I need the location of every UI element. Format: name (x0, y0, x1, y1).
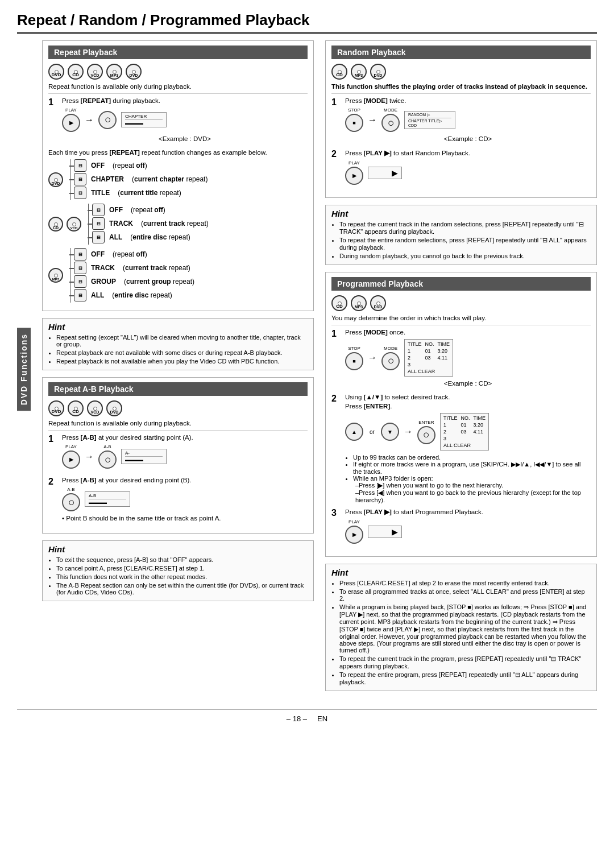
prog-play-screen: ▶ (368, 526, 402, 538)
hint-random-box: Hint To repeat the current track in the … (325, 205, 597, 265)
hint-prog-box: Hint Press [CLEAR/C.RESET] at step 2 to … (325, 564, 597, 691)
prog-note-2: If eight or more tracks were in a progra… (353, 461, 591, 475)
cd-icon-repeat: CD (48, 217, 63, 232)
step1-text: Press [REPEAT] during playback. (62, 97, 308, 104)
mp3-off-item: ⊟ OFF (repeat off) (74, 248, 147, 261)
stop-btn-prog: ■ (345, 352, 363, 370)
repeat-ab-intro: Repeat function is available only during… (48, 420, 308, 427)
prog-step2-text2: Press [ENTER]. (345, 403, 591, 410)
rand-step2-text: Press [PLAY ▶] to start Random Playback. (345, 149, 591, 157)
rand-step1-num: 1 (331, 97, 341, 144)
dvd-icon-ab: DVD (48, 400, 64, 416)
prog-step3-text: Press [PLAY ▶] to start Programmed Playb… (345, 508, 591, 516)
page-suffix: EN (317, 714, 327, 723)
dvd-extra-icon: DVD (126, 64, 142, 80)
prog-step2-notes: Up to 99 tracks can be ordered. If eight… (345, 454, 591, 503)
cd-off-item: ⊟ OFF (repeat off) (92, 204, 165, 216)
enter-btn: ◯ (417, 426, 435, 444)
hint-prog-item-2: To erase all programmed tracks at once, … (339, 588, 591, 602)
mp3-all-item: ⊟ ALL (entire disc repeat) (74, 289, 172, 301)
mp3-icon-rand: MP3 (351, 64, 367, 80)
cd-vcd-repeat-group: CD VCD ⊟ OFF (repeat off) ⊟ TR (48, 204, 308, 245)
ab-step2-text: Press [A-B] at your desired ending point… (62, 477, 308, 483)
cd-icon-prog: CD (331, 295, 347, 311)
sidebar-label: DVD Functions (17, 328, 31, 411)
prog-disc-icons: CD MP3 DVD (331, 295, 591, 311)
repeat-playback-header: Repeat Playback (48, 46, 308, 59)
repeat-button-diag: ◯ (98, 111, 117, 129)
ab-btn2: ◯ (62, 493, 80, 511)
random-screen: RANDOM ▷ CHAPTER TITLE▷ CDD (404, 111, 455, 129)
dvd-off-item: ⊟ OFF (repeat off) (74, 159, 147, 172)
cd-track-item: ⊟ TRACK (current track repeat) (92, 217, 209, 230)
prog-note-3: While an MP3 folder is open: (353, 475, 591, 482)
play-btn-ab1: ▶ (62, 450, 80, 469)
page-title: Repeat / Random / Programmed Playback (17, 11, 597, 34)
dvd-chapter-item: ⊟ CHAPTER (current chapter repeat) (74, 173, 208, 185)
ab-step1-diagram: PLAY ▶ → A-B ◯ A- ▬▬▬▬ (62, 444, 308, 469)
rand-example: <Example : CD> (345, 135, 591, 142)
dvd-icon-prog: DVD (370, 295, 386, 311)
vcd-icon-ab: VCD (87, 400, 103, 416)
hint-ab-item-1: To exit the sequence, press [A-B] so tha… (56, 556, 308, 563)
hint-random-title: Hint (331, 209, 591, 218)
rand-step2-diagram: PLAY ▶ ▶ (345, 160, 591, 185)
hint-repeat-item-3: Repeat playback is not available when yo… (56, 358, 308, 365)
mode-btn-rand: ◯ (381, 114, 400, 132)
play-button-diag: ▶ (62, 114, 80, 132)
rand-step2-num: 2 (331, 149, 341, 188)
ab-step2-diagram: A-B ◯ A-B ▬▬▬▬ (62, 487, 308, 511)
dvd-icon: DVD (48, 64, 64, 80)
mode-btn-prog: ◯ (381, 352, 400, 370)
hint-prog-item-4: To repeat the current track in the progr… (339, 655, 591, 669)
step1-example: <Example : DVD> (62, 135, 308, 142)
repeat-playback-disc-icons: DVD CD VCD MP3 DVD (48, 64, 308, 80)
hint-random-item-3: During random playback, you cannot go ba… (339, 253, 591, 259)
hint-prog-item-3: While a program is being played back, [S… (339, 604, 591, 654)
mp3-icon-repeat: MP3 (48, 268, 63, 283)
rand-play-screen: ▶ (368, 167, 402, 179)
up-btn: ▲ (345, 423, 363, 441)
prog-example: <Example : CD> (345, 380, 591, 387)
hint-random-item-2: To repeat the entire random selections, … (339, 237, 591, 251)
rand-step1-diagram: STOP ■ → MODE ◯ RANDOM ▷ C (345, 108, 591, 132)
dvd-icon-rand: DVD (370, 64, 386, 80)
page-number: – 18 – (287, 714, 307, 723)
step1-num: 1 (48, 97, 57, 144)
prog-note-1: Up to 99 tracks can be ordered. (353, 454, 591, 461)
hint-ab-item-2: To cancel point A, press [CLEAR/C.RESET]… (56, 565, 308, 572)
rand-step1-text: Press [MODE] twice. (345, 97, 591, 104)
prog-screen2: TITLENO.TIME 1013:20 2034:11 3 ALL CLEAR (440, 413, 489, 450)
hint-prog-item-1: Press [CLEAR/C.RESET] at step 2 to erase… (339, 580, 591, 586)
prog-step1-text: Press [MODE] once. (345, 329, 591, 336)
stop-btn-rand: ■ (345, 114, 363, 132)
hint-ab-box: Hint To exit the sequence, press [A-B] s… (42, 540, 314, 601)
prog-step3-num: 3 (331, 508, 341, 547)
dvd-repeat-group: DVD ⊟ OFF (repeat off) ⊟ CHAPTER (48, 159, 308, 200)
repeat-ab-header: Repeat A-B Playback (48, 382, 308, 396)
hint-prog-list: Press [CLEAR/C.RESET] at step 2 to erase… (331, 580, 591, 685)
programmed-header: Programmed Playback (331, 277, 591, 291)
random-intro: This function shuffles the playing order… (331, 83, 591, 90)
ab-btn: ◯ (98, 450, 117, 469)
prog-step2-num: 2 (331, 394, 341, 503)
dvd-title-item: ⊟ TITLE (current title repeat) (74, 187, 181, 199)
prog-step1-diagram: STOP ■ → MODE ◯ TITLENO (345, 339, 591, 377)
hint-ab-item-3: This function does not work in the other… (56, 573, 308, 580)
step1-desc: Each time you press [REPEAT] repeat func… (48, 149, 308, 156)
prog-note-4: –Press [▶] when you want to go to the ne… (355, 482, 591, 489)
random-disc-icons: CD MP3 DVD (331, 64, 591, 80)
mp3-icon-prog: MP3 (351, 295, 367, 311)
mp3-icon: MP3 (106, 64, 122, 80)
hint-repeat-item-2: Repeat playback are not available with s… (56, 349, 308, 356)
ab-screen: A-B ▬▬▬▬ (85, 491, 130, 507)
random-playback-header: Random Playback (331, 46, 591, 59)
vcd-icon: VCD (87, 64, 103, 80)
repeat-playback-intro: Repeat function is available only during… (48, 83, 308, 90)
dvd-icon-ab2: DVD (106, 400, 122, 416)
hint-repeat-list: Repeat setting (except "ALL") will be cl… (48, 334, 308, 365)
prog-intro: You may determine the order in which tra… (331, 315, 591, 321)
step1-diagram: PLAY ▶ → ◯ CHAPTER ▬▬▬▬ (62, 108, 308, 132)
chapter-screen: CHAPTER ▬▬▬▬ (121, 112, 167, 127)
hint-random-item-1: To repeat the current track in the rando… (339, 221, 591, 235)
